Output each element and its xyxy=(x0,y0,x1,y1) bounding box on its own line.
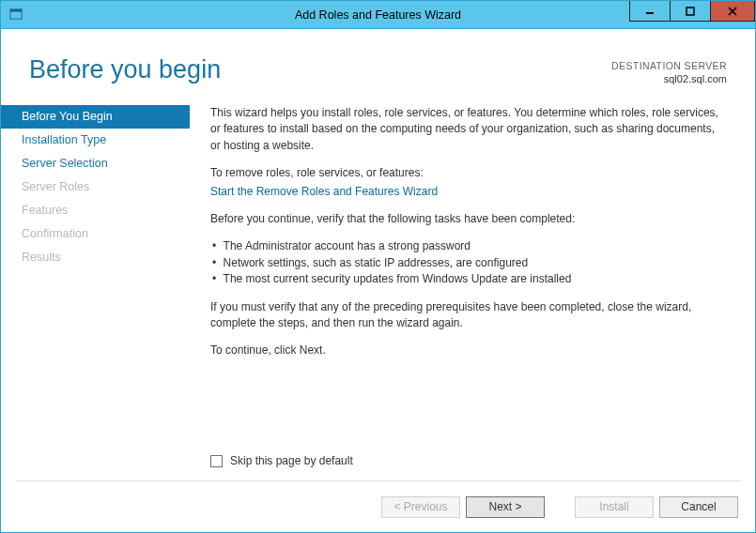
minimize-button[interactable] xyxy=(629,1,671,22)
page-title: Before you begin xyxy=(29,55,611,84)
step-server-selection[interactable]: Server Selection xyxy=(1,152,190,175)
wizard-steps-sidebar: Before You Begin Installation Type Serve… xyxy=(1,99,184,480)
install-button: Install xyxy=(575,496,654,518)
maximize-button[interactable] xyxy=(670,1,711,22)
step-installation-type[interactable]: Installation Type xyxy=(1,129,190,152)
step-before-you-begin[interactable]: Before You Begin xyxy=(1,105,190,129)
cancel-button[interactable]: Cancel xyxy=(659,496,738,518)
destination-label: DESTINATION SERVER xyxy=(611,59,727,72)
destination-server-block: DESTINATION SERVER sql02.sql.com xyxy=(611,55,727,86)
wizard-footer: < Previous Next > Install Cancel xyxy=(1,481,755,532)
skip-page-checkbox[interactable] xyxy=(210,455,223,467)
list-item: The Administrator account has a strong p… xyxy=(212,238,727,254)
must-verify-text: If you must verify that any of the prece… xyxy=(210,299,727,332)
content-area: This wizard helps you install roles, rol… xyxy=(184,99,734,480)
remove-wizard-link[interactable]: Start the Remove Roles and Features Wiza… xyxy=(210,185,438,198)
window-controls xyxy=(630,1,755,28)
list-item: Network settings, such as static IP addr… xyxy=(212,255,727,271)
step-confirmation: Confirmation xyxy=(1,222,190,246)
previous-button: < Previous xyxy=(381,496,460,518)
skip-page-label: Skip this page by default xyxy=(230,453,353,469)
wizard-window: Add Roles and Features Wizard Before you… xyxy=(0,0,756,533)
remove-label: To remove roles, role services, or featu… xyxy=(210,165,727,181)
step-features: Features xyxy=(1,199,190,222)
intro-text: This wizard helps you install roles, rol… xyxy=(210,105,727,154)
close-button[interactable] xyxy=(710,1,755,22)
step-server-roles: Server Roles xyxy=(1,175,190,199)
skip-page-row[interactable]: Skip this page by default xyxy=(210,453,353,469)
app-icon xyxy=(8,8,23,23)
svg-rect-3 xyxy=(687,8,694,15)
verify-label: Before you continue, verify that the fol… xyxy=(210,211,727,227)
next-button[interactable]: Next > xyxy=(466,496,545,518)
svg-rect-1 xyxy=(9,9,21,12)
prerequisites-list: The Administrator account has a strong p… xyxy=(210,238,727,287)
step-results: Results xyxy=(1,246,190,269)
titlebar[interactable]: Add Roles and Features Wizard xyxy=(1,1,755,29)
continue-text: To continue, click Next. xyxy=(210,343,727,358)
list-item: The most current security updates from W… xyxy=(212,271,727,287)
destination-server: sql02.sql.com xyxy=(611,72,727,86)
